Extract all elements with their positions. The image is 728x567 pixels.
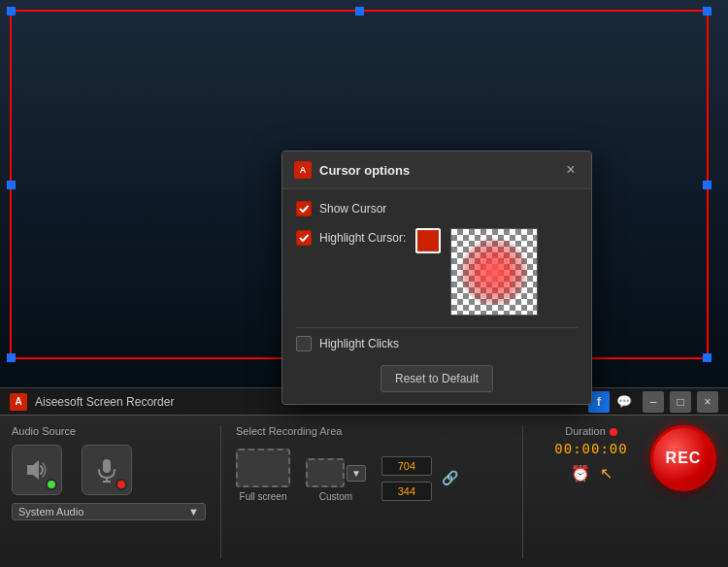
show-cursor-label: Show Cursor — [319, 202, 386, 216]
rec-area-section: Select Recording Area Full screen ▼ C — [236, 425, 508, 510]
system-audio-status — [46, 479, 57, 490]
minimize-button[interactable]: – — [643, 391, 664, 413]
cursor-options-dialog: A Cursor options × Show Cursor — [281, 150, 592, 405]
cursor-preview — [450, 228, 538, 316]
system-audio-dropdown[interactable]: System Audio ▼ — [12, 503, 206, 520]
dialog-logo-icon: A — [294, 161, 312, 179]
color-swatch[interactable] — [415, 228, 441, 253]
handle-top-center[interactable] — [355, 7, 364, 16]
highlight-cursor-label: Highlight Cursor: — [319, 231, 406, 245]
dropdown-arrow-icon: ▼ — [188, 506, 199, 517]
highlight-cursor-left: Highlight Cursor: — [296, 228, 406, 246]
vertical-divider-1 — [220, 425, 221, 558]
highlight-clicks-row: Highlight Clicks — [296, 336, 578, 351]
reset-to-default-button[interactable]: Reset to Default — [381, 365, 493, 392]
toolbar-window-controls: – □ × — [643, 391, 718, 413]
rec-button-wrap: REC — [636, 425, 716, 491]
highlight-clicks-label: Highlight Clicks — [319, 337, 399, 350]
handle-bottom-left[interactable] — [7, 353, 16, 362]
alarm-icon[interactable]: ⏰ — [571, 464, 590, 483]
cursor-glow-effect — [460, 238, 528, 306]
rec-area-row: Full screen ▼ Custom — [236, 445, 508, 510]
full-screen-icon — [236, 449, 290, 487]
microphone-status — [116, 479, 127, 490]
custom-btn-row: ▼ — [306, 458, 366, 487]
height-input[interactable] — [381, 482, 432, 501]
duration-section: Duration 00:00:00 ⏰ ↖ — [538, 425, 635, 483]
svg-rect-1 — [103, 459, 111, 473]
audio-section-label: Audio Source — [12, 425, 206, 437]
microphone-button[interactable] — [82, 445, 132, 495]
chat-icon[interactable]: 💬 — [613, 391, 635, 413]
handle-middle-left[interactable] — [7, 181, 16, 189]
link-proportions-icon[interactable]: 🔗 — [442, 470, 458, 485]
system-audio-button[interactable] — [12, 445, 62, 495]
rec-button[interactable]: REC — [650, 425, 716, 491]
dialog-body: Show Cursor Highlight Cursor: — [282, 189, 591, 404]
size-inputs-group — [381, 454, 432, 501]
cursor-checkered-bg — [451, 229, 537, 315]
toolbar-body: Audio Source — [0, 416, 728, 567]
microphone-wrap — [82, 445, 132, 495]
highlight-cursor-row: Highlight Cursor: — [296, 228, 578, 316]
toolbar: A Aiseesoft Screen Recorder f 💬 – □ × Au… — [0, 387, 728, 567]
show-cursor-row: Show Cursor — [296, 201, 578, 217]
svg-marker-0 — [27, 460, 39, 480]
handle-bottom-right[interactable] — [703, 353, 711, 362]
duration-label-row: Duration — [565, 425, 617, 439]
dialog-separator — [296, 327, 578, 328]
system-audio-dropdown-label: System Audio — [18, 506, 83, 517]
custom-dropdown-button[interactable]: ▼ — [347, 465, 366, 482]
vertical-divider-2 — [522, 425, 523, 558]
dialog-title: Cursor options — [319, 163, 562, 178]
custom-area-group: ▼ Custom — [306, 458, 366, 502]
custom-area-icon[interactable] — [306, 458, 345, 487]
show-cursor-checkbox[interactable] — [296, 201, 312, 217]
audio-icons-group — [12, 445, 206, 495]
dialog-header: A Cursor options × — [282, 151, 591, 189]
duration-time: 00:00:00 — [554, 441, 627, 456]
toolbar-logo: A — [10, 393, 27, 411]
height-input-row — [381, 482, 432, 501]
maximize-button[interactable]: □ — [670, 391, 691, 413]
full-screen-button[interactable]: Full screen — [236, 449, 290, 502]
system-audio-wrap — [12, 445, 62, 495]
highlight-cursor-checkbox[interactable] — [296, 230, 312, 246]
show-cursor-checkbox-wrap[interactable]: Show Cursor — [296, 201, 386, 217]
handle-middle-right[interactable] — [703, 181, 711, 189]
social-icons-group: f 💬 — [588, 391, 635, 413]
width-input-row — [381, 456, 432, 476]
bottom-icons-row: ⏰ ↖ — [571, 464, 612, 483]
handle-top-right[interactable] — [703, 7, 711, 16]
highlight-clicks-checkbox[interactable] — [296, 336, 312, 351]
handle-top-left[interactable] — [7, 7, 16, 16]
dialog-close-button[interactable]: × — [562, 161, 579, 179]
width-input[interactable] — [381, 456, 432, 476]
full-screen-label: Full screen — [240, 491, 287, 502]
rec-area-icons-group: Full screen ▼ Custom — [236, 449, 366, 502]
duration-dot — [610, 428, 617, 436]
duration-label: Duration — [565, 425, 606, 437]
custom-label: Custom — [319, 491, 352, 502]
audio-section: Audio Source — [12, 425, 206, 520]
rec-area-label: Select Recording Area — [236, 425, 508, 437]
cursor-icon[interactable]: ↖ — [600, 464, 612, 483]
close-button[interactable]: × — [697, 391, 718, 413]
